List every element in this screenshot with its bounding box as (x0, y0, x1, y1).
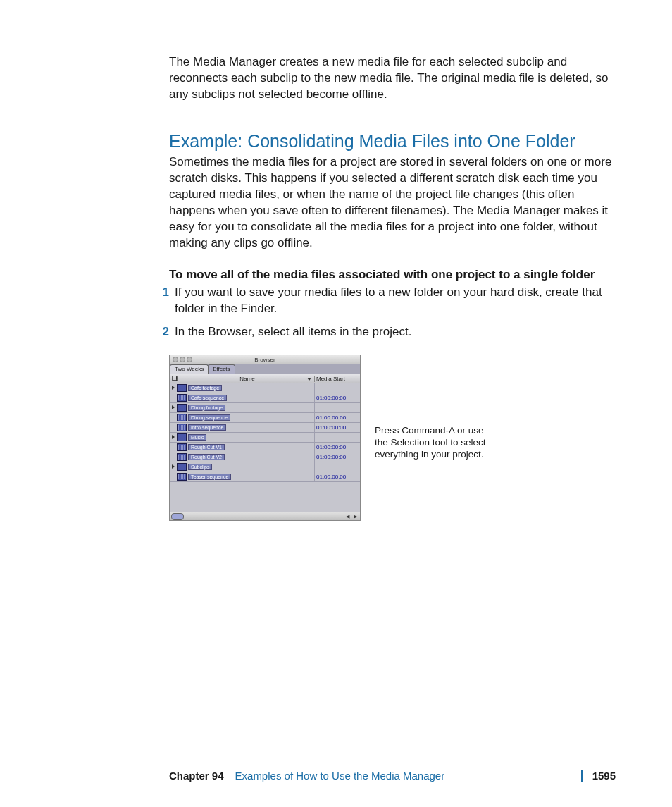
bin-icon (177, 463, 187, 471)
bin-icon (177, 404, 187, 412)
row-label: Cafe sequence (188, 395, 227, 401)
step-number: 2 (155, 324, 169, 340)
tab-effects[interactable]: Effects (208, 364, 235, 374)
disclosure-triangle-icon[interactable] (170, 434, 177, 441)
sequence-icon (177, 394, 187, 402)
page-footer: Chapter 94 Examples of How to Use the Me… (56, 770, 616, 782)
row-media-start (314, 462, 360, 472)
row-label: Intro sequence (188, 424, 226, 431)
row-label: Dining footage (188, 405, 225, 411)
table-row[interactable]: Dining footage (170, 403, 360, 413)
sequence-icon (177, 443, 187, 451)
browser-window: Browser Two Weeks Effects 🎞 Name Media S… (169, 355, 361, 521)
row-label: Teaser sequence (188, 474, 231, 480)
table-row[interactable]: Subclips (170, 462, 360, 472)
task-intro: To move all of the media files associate… (169, 268, 616, 282)
row-label: Dining sequence (188, 414, 230, 421)
column-media-start[interactable]: Media Start (315, 376, 360, 382)
row-media-start (314, 383, 360, 393)
intro-paragraph: The Media Manager creates a new media fi… (169, 54, 616, 103)
step-text: If you want to save your media files to … (175, 285, 616, 317)
row-label: Cafe footage (188, 385, 222, 391)
section-heading: Example: Consolidating Media Files into … (169, 131, 616, 152)
row-media-start: 01:00:00:00 (314, 413, 360, 422)
footer-chapter-title: Examples of How to Use the Media Manager (235, 770, 445, 782)
footer-chapter: Chapter 94 (169, 770, 224, 782)
sequence-icon (177, 453, 187, 461)
row-media-start: 01:00:00:00 (314, 393, 360, 402)
footer-page-number: 1595 (581, 770, 616, 782)
step-text: In the Browser, select all items in the … (175, 324, 616, 340)
table-row[interactable]: Music (170, 433, 360, 443)
row-media-start (314, 433, 360, 442)
row-label: Music (188, 434, 206, 441)
column-header: 🎞 Name Media Start (170, 374, 360, 383)
tab-two-weeks[interactable]: Two Weeks (170, 364, 209, 374)
sequence-icon (177, 473, 187, 481)
table-row[interactable]: Rough Cut V201:00:00:00 (170, 452, 360, 462)
table-row[interactable]: Rough Cut V101:00:00:00 (170, 443, 360, 452)
bin-icon (177, 384, 187, 392)
table-row[interactable]: Cafe footage (170, 383, 360, 393)
disclosure-triangle-icon[interactable] (170, 405, 177, 411)
bin-icon (177, 433, 187, 441)
browser-rows: Cafe footageCafe sequence01:00:00:00Dini… (170, 383, 360, 512)
step-1: 1 If you want to save your media files t… (155, 285, 616, 317)
row-media-start (314, 403, 360, 412)
row-media-start: 01:00:00:00 (314, 443, 360, 452)
disclosure-triangle-icon[interactable] (170, 385, 177, 391)
sequence-icon (177, 424, 187, 431)
table-row[interactable]: Cafe sequence01:00:00:00 (170, 393, 360, 403)
row-media-start: 01:00:00:00 (314, 472, 360, 481)
window-title: Browser (170, 357, 360, 363)
row-label: Rough Cut V2 (188, 454, 225, 460)
horizontal-scrollbar[interactable]: ◀ ▶ (170, 512, 360, 520)
callout-leader-line (244, 431, 373, 431)
callout-text: Press Command-A or use the Selection too… (375, 425, 487, 461)
row-label: Rough Cut V1 (188, 444, 225, 450)
table-row[interactable]: Teaser sequence01:00:00:00 (170, 472, 360, 482)
table-row[interactable]: Dining sequence01:00:00:00 (170, 413, 360, 423)
row-media-start: 01:00:00:00 (314, 452, 360, 462)
window-titlebar: Browser (170, 355, 360, 364)
browser-tabs: Two Weeks Effects (170, 364, 360, 374)
reel-icon: 🎞 (170, 376, 180, 382)
column-name[interactable]: Name (180, 376, 315, 382)
row-label: Subclips (188, 464, 212, 470)
step-number: 1 (155, 285, 169, 317)
disclosure-triangle-icon[interactable] (170, 464, 177, 470)
step-2: 2 In the Browser, select all items in th… (155, 324, 616, 340)
heading-paragraph: Sometimes the media files for a project … (169, 154, 616, 252)
sequence-icon (177, 414, 187, 421)
